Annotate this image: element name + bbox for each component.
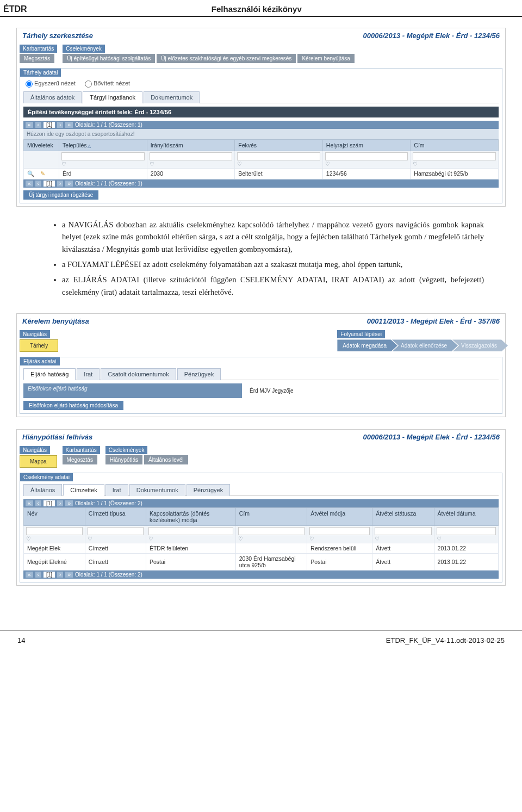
hatosag-modositasa-button[interactable]: Elsőfokon eljáró hatóság módosítása <box>23 401 123 410</box>
tab-irat[interactable]: Irat <box>105 484 128 496</box>
filter-icon[interactable]: ♡ <box>375 536 380 542</box>
radio-extended-input[interactable] <box>85 80 92 88</box>
table-row[interactable]: Megépít Elek Címzett ÉTDR felületen Rend… <box>24 543 499 554</box>
filter-telepules[interactable] <box>61 152 145 160</box>
pager-first-icon[interactable]: « <box>26 181 33 187</box>
hianypotlas-button[interactable]: Hiánypótlás <box>105 455 142 464</box>
pager-next-icon[interactable]: › <box>57 122 63 128</box>
pager-last-icon[interactable]: » <box>65 500 73 506</box>
filter-irsz[interactable] <box>150 152 233 160</box>
th-hrsz[interactable]: Helyrajzi szám <box>322 139 411 151</box>
step-adatok-ellenorzese: Adatok ellenőrzése <box>392 339 458 351</box>
cell-telepules: Érd <box>59 168 147 179</box>
uj-elozetes-button[interactable]: Új előzetes szakhatósági és egyéb szervi… <box>157 54 296 63</box>
th-atvstat[interactable]: Átvétel státusza <box>372 508 434 526</box>
filter-atvmod[interactable] <box>309 527 370 535</box>
tab-altalanos-adatok[interactable]: Általános adatok <box>23 91 82 103</box>
cell-hrsz: 1234/56 <box>322 168 411 179</box>
radio-simple-input[interactable] <box>26 80 33 88</box>
tab-dokumentumok[interactable]: Dokumentumok <box>144 91 200 103</box>
tab-cimzettek[interactable]: Címzettek <box>63 484 104 496</box>
filter-atvstat[interactable] <box>375 527 431 535</box>
filter-icon[interactable]: ♡ <box>150 161 154 167</box>
tab-irat[interactable]: Irat <box>77 368 100 380</box>
th-tipus[interactable]: Címzett típusa <box>85 508 146 526</box>
pager-next-icon[interactable]: › <box>57 572 63 578</box>
pager-last-icon[interactable]: » <box>65 572 73 578</box>
th-fekves[interactable]: Fekvés <box>235 139 323 151</box>
filter-icon[interactable]: ♡ <box>148 536 153 542</box>
filter-icon[interactable]: ♡ <box>437 536 442 542</box>
th-atvdat[interactable]: Átvétel dátuma <box>434 508 498 526</box>
group-hint: Húzzon ide egy oszlopot a csoportosításh… <box>23 129 499 139</box>
megosztas-button[interactable]: Megosztás <box>20 54 54 63</box>
tab-csatolt-dokumentumok[interactable]: Csatolt dokumentumok <box>101 368 176 380</box>
footer-file: ETDR_FK_ÜF_V4-11.odt-2013-02-25 <box>386 636 505 644</box>
table-row[interactable]: Megépít Elekné Címzett Postai 2030 Érd H… <box>24 554 499 571</box>
megosztas-button[interactable]: Megosztás <box>63 455 97 464</box>
section-hianypotlasi-felhivas: Hiánypótlási felhívás 00006/2013 - Megép… <box>16 429 506 586</box>
tab-targyi-ingatlanok[interactable]: Tárgyi ingatlanok <box>83 91 142 103</box>
pager-text: Oldalak: 1 / 1 (Összesen: 2) <box>75 572 142 578</box>
filter-icon[interactable]: ♡ <box>237 161 242 167</box>
radio-simple[interactable]: Egyszerű nézet <box>26 80 76 86</box>
view-icon[interactable]: 🔍 <box>27 170 36 177</box>
pager-first-icon[interactable]: « <box>26 122 33 128</box>
filter-hrsz[interactable] <box>325 152 408 160</box>
th-irsz[interactable]: Irányítószám <box>147 139 235 151</box>
edit-icon[interactable]: ✎ <box>40 170 47 177</box>
th-cim[interactable]: Cím <box>411 139 499 151</box>
pager-next-icon[interactable]: › <box>57 500 63 506</box>
filter-icon[interactable]: ♡ <box>88 536 92 542</box>
group-navigalas: Navigálás <box>20 330 50 338</box>
filter-nev[interactable] <box>26 527 83 535</box>
filter-icon[interactable]: ♡ <box>238 536 243 542</box>
filter-icon[interactable]: ♡ <box>61 161 66 167</box>
uj-epitesugyi-button[interactable]: Új építésügyi hatósági szolgáltatás <box>63 54 155 63</box>
th-kapcs[interactable]: Kapcsolattartás (döntés közlésének) módj… <box>146 508 235 526</box>
filter-tipus[interactable] <box>88 527 144 535</box>
uj-ingatlan-button[interactable]: Új tárgyi ingatlan rögzítése <box>23 190 98 200</box>
pager-prev-icon[interactable]: ‹ <box>35 500 41 506</box>
radio-extended[interactable]: Bővített nézet <box>85 80 130 86</box>
filter-icon[interactable]: ♡ <box>309 536 314 542</box>
pager-prev-icon[interactable]: ‹ <box>35 572 41 578</box>
tab-penzugyek[interactable]: Pénzügyek <box>177 368 221 380</box>
filter-kapcs[interactable] <box>148 527 233 535</box>
altalanos-level-button[interactable]: Általános levél <box>144 455 188 464</box>
pager-top: « ‹ [1] › » Oldalak: 1 / 1 (Összesen: 1) <box>23 121 499 129</box>
mappa-button[interactable]: Mappa <box>20 455 57 468</box>
tarhely-button[interactable]: Tárhely <box>20 339 58 352</box>
filter-cim[interactable] <box>413 152 496 160</box>
filter-icon[interactable]: ♡ <box>325 161 330 167</box>
th-nev[interactable]: Név <box>24 508 85 526</box>
filter-icon[interactable]: ♡ <box>413 161 418 167</box>
pager-last-icon[interactable]: » <box>65 122 73 128</box>
th-muveletek[interactable]: Műveletek <box>24 139 59 151</box>
pager-prev-icon[interactable]: ‹ <box>35 181 41 187</box>
section-kerelem-benyujtasa: Kérelem benyújtása 00011/2013 - Megépít … <box>16 313 506 417</box>
pager-prev-icon[interactable]: ‹ <box>35 122 41 128</box>
th-atvmod[interactable]: Átvétel módja <box>307 508 372 526</box>
pager-num: [1] <box>44 181 55 187</box>
tab-eljaro-hatosag[interactable]: Eljáró hatóság <box>23 368 76 380</box>
tab-altalanos[interactable]: Általános <box>23 484 62 496</box>
group-cselekmenyek: Cselekmények <box>105 446 148 454</box>
th-cim[interactable]: Cím <box>235 508 307 526</box>
pager-first-icon[interactable]: « <box>26 500 33 506</box>
th-telepules[interactable]: Település△ <box>59 139 147 151</box>
tab-dokumentumok[interactable]: Dokumentumok <box>129 484 185 496</box>
section-tarhely-szerkesztes: Tárhely szerkesztése 00006/2013 - Megépí… <box>16 28 506 207</box>
table-row[interactable]: 🔍 ✎ Érd 2030 Belterület 1234/56 Hamzsabé… <box>24 168 499 179</box>
filter-cim[interactable] <box>238 527 305 535</box>
panel-ref: 00006/2013 - Megépít Elek - Érd - 1234/5… <box>363 433 500 441</box>
tab-penzugyek[interactable]: Pénzügyek <box>187 484 230 496</box>
filter-atvdat[interactable] <box>437 527 496 535</box>
pager-first-icon[interactable]: « <box>26 572 33 578</box>
pager-next-icon[interactable]: › <box>57 181 63 187</box>
pager-last-icon[interactable]: » <box>65 181 73 187</box>
filter-fekves[interactable] <box>237 152 320 160</box>
panel-title: Tárhely szerkesztése <box>22 32 93 40</box>
filter-icon[interactable]: ♡ <box>26 536 31 542</box>
kerelem-benyujtasa-button[interactable]: Kérelem benyújtása <box>297 54 354 63</box>
